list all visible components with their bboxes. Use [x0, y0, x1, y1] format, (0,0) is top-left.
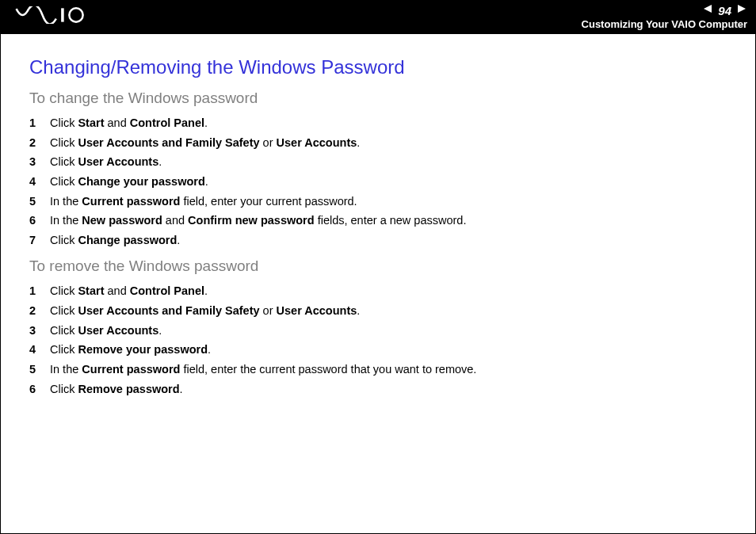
step-number: 1	[29, 113, 50, 133]
step-text: Click User Accounts and Family Safety or…	[50, 301, 360, 321]
step-text: Click Change password.	[50, 231, 180, 250]
step-text: Click Start and Control Panel.	[50, 281, 208, 301]
page-title: Changing/Removing the Windows Password	[29, 56, 727, 78]
step-number: 5	[29, 360, 50, 380]
step-item: 6In the New password and Confirm new pas…	[29, 211, 727, 231]
step-item: 1Click Start and Control Panel.	[29, 113, 727, 133]
step-text: Click Remove your password.	[50, 340, 211, 360]
step-number: 4	[29, 172, 50, 192]
step-item: 3Click User Accounts.	[29, 321, 727, 341]
step-text: Click User Accounts and Family Safety or…	[50, 133, 360, 153]
step-item: 7Click Change password.	[29, 231, 727, 250]
next-page-icon[interactable]	[736, 3, 747, 17]
step-number: 3	[29, 152, 50, 172]
svg-point-1	[69, 8, 82, 21]
step-item: 4Click Remove your password.	[29, 340, 727, 360]
step-number: 2	[29, 133, 50, 153]
step-item: 5In the Current password field, enter th…	[29, 360, 727, 380]
step-text: Click User Accounts.	[50, 152, 162, 172]
step-text: Click User Accounts.	[50, 321, 162, 341]
svg-marker-2	[704, 5, 712, 13]
step-text: In the New password and Confirm new pass…	[50, 211, 466, 231]
section-subhead: To change the Windows password	[29, 90, 727, 107]
step-item: 6Click Remove password.	[29, 380, 727, 399]
page-number: 94	[715, 4, 735, 17]
step-text: In the Current password field, enter the…	[50, 360, 476, 380]
step-list: 1Click Start and Control Panel.2Click Us…	[29, 281, 727, 399]
step-number: 3	[29, 321, 50, 341]
step-number: 4	[29, 340, 50, 360]
step-number: 1	[29, 281, 50, 301]
header-bar: 94 Customizing Your VAIO Computer	[1, 1, 755, 34]
step-item: 2Click User Accounts and Family Safety o…	[29, 133, 727, 153]
step-number: 7	[29, 231, 50, 250]
step-item: 1Click Start and Control Panel.	[29, 281, 727, 301]
breadcrumb: Customizing Your VAIO Computer	[582, 18, 747, 30]
step-number: 6	[29, 380, 50, 399]
step-text: Click Start and Control Panel.	[50, 113, 208, 133]
page-nav: 94	[702, 3, 747, 17]
prev-page-icon[interactable]	[702, 3, 713, 17]
step-text: Click Remove password.	[50, 380, 183, 399]
step-number: 6	[29, 211, 50, 231]
content-area: Changing/Removing the Windows Password T…	[1, 34, 755, 399]
step-number: 5	[29, 192, 50, 212]
step-item: 2Click User Accounts and Family Safety o…	[29, 301, 727, 321]
step-text: In the Current password field, enter you…	[50, 192, 357, 212]
svg-rect-0	[61, 8, 64, 21]
step-item: 3Click User Accounts.	[29, 152, 727, 172]
step-list: 1Click Start and Control Panel.2Click Us…	[29, 113, 727, 250]
step-text: Click Change your password.	[50, 172, 208, 192]
section-subhead: To remove the Windows password	[29, 257, 727, 275]
step-item: 5In the Current password field, enter yo…	[29, 192, 727, 212]
svg-marker-3	[738, 5, 746, 13]
step-item: 4Click Change your password.	[29, 172, 727, 192]
step-number: 2	[29, 301, 50, 321]
vaio-logo	[15, 6, 102, 24]
